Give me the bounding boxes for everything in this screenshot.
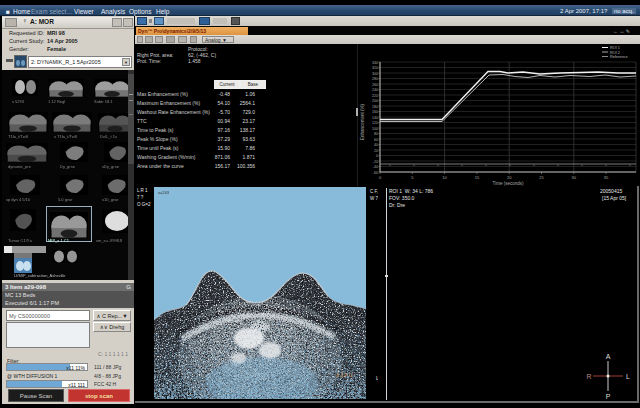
svg-text:L: L — [626, 373, 630, 380]
svg-text:R: R — [586, 373, 591, 380]
svg-text:60: 60 — [374, 138, 378, 142]
svg-text:Enhancement (%): Enhancement (%) — [360, 103, 365, 140]
svg-text:-40: -40 — [373, 165, 378, 169]
svg-text:0: 0 — [379, 175, 382, 180]
svg-text:160: 160 — [372, 110, 378, 114]
svg-text:25: 25 — [539, 175, 544, 180]
svg-text:220: 220 — [372, 94, 378, 98]
svg-text:120: 120 — [372, 121, 378, 125]
svg-text:340: 340 — [372, 61, 378, 65]
svg-text:100: 100 — [372, 127, 378, 131]
svg-text:30: 30 — [572, 175, 577, 180]
svg-text:200: 200 — [372, 99, 378, 103]
svg-text:ROI 1: ROI 1 — [610, 46, 620, 50]
svg-text:180: 180 — [372, 105, 378, 109]
svg-text:x=243: x=243 — [158, 190, 170, 195]
svg-text:10: 10 — [442, 175, 447, 180]
svg-text:-20: -20 — [373, 160, 378, 164]
svg-text:-60: -60 — [373, 171, 378, 175]
svg-text:15: 15 — [475, 175, 480, 180]
svg-text:320: 320 — [372, 66, 378, 70]
svg-text:140: 140 — [372, 116, 378, 120]
svg-text:A: A — [606, 353, 611, 360]
svg-text:40: 40 — [374, 143, 378, 147]
svg-text:P: P — [606, 393, 611, 400]
svg-text:0: 0 — [376, 154, 378, 158]
svg-text:Reference: Reference — [610, 55, 628, 59]
svg-text:5: 5 — [411, 175, 414, 180]
svg-text:35: 35 — [604, 175, 609, 180]
svg-text:80: 80 — [374, 132, 378, 136]
svg-text:240: 240 — [372, 88, 378, 92]
svg-text:280: 280 — [372, 77, 378, 81]
svg-text:20: 20 — [374, 149, 378, 153]
svg-text:Time (seconds): Time (seconds) — [493, 181, 524, 186]
svg-text:ROI 2: ROI 2 — [610, 51, 620, 55]
svg-text:260: 260 — [372, 83, 378, 87]
svg-text:20: 20 — [507, 175, 512, 180]
svg-text:300: 300 — [372, 72, 378, 76]
